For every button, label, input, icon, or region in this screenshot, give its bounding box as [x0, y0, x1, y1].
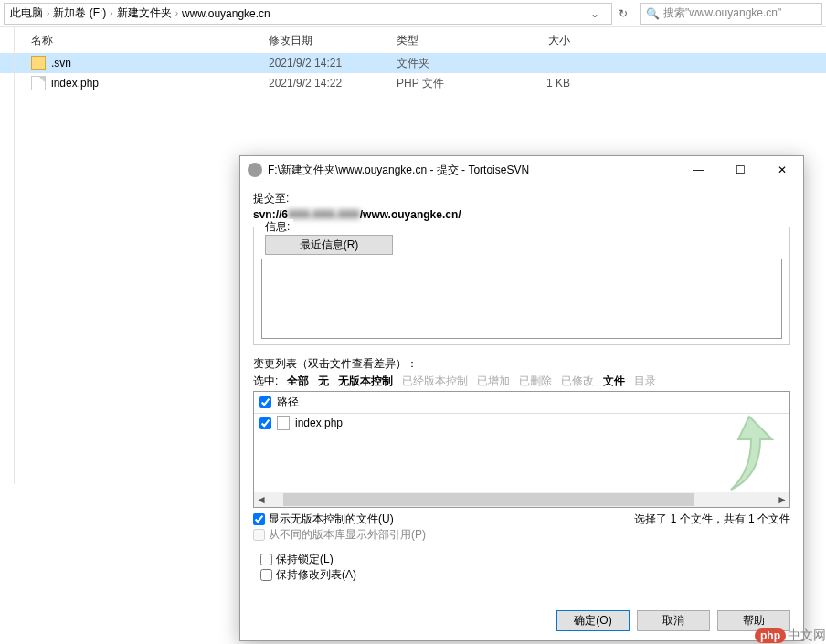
- commit-url: svn://6XXX.XXX.XXX/www.ouyangke.cn/: [253, 208, 790, 221]
- change-item-path: index.php: [295, 417, 343, 429]
- breadcrumb[interactable]: 此电脑 › 新加卷 (F:) › 新建文件夹 › www.ouyangke.cn…: [4, 3, 612, 25]
- selection-status: 选择了 1 个文件，共有 1 个文件: [634, 512, 790, 527]
- message-textarea[interactable]: [261, 259, 782, 339]
- filter-deleted: 已删除: [519, 374, 552, 389]
- bottom-options: 保持锁定(L) 保持修改列表(A): [253, 552, 790, 583]
- file-list: .svn 2021/9/2 14:21 文件夹 index.php 2021/9…: [0, 53, 826, 93]
- breadcrumb-item[interactable]: 此电脑: [10, 5, 43, 21]
- breadcrumb-item[interactable]: 新建文件夹: [117, 5, 172, 21]
- search-icon: 🔍: [646, 7, 660, 20]
- dialog-titlebar[interactable]: F:\新建文件夹\www.ouyangke.cn - 提交 - Tortoise…: [240, 156, 803, 184]
- filter-all[interactable]: 全部: [287, 374, 309, 389]
- file-type: PHP 文件: [397, 76, 497, 91]
- message-label: 信息:: [261, 219, 293, 235]
- file-type: 文件夹: [397, 56, 497, 71]
- columns-header: 名称 修改日期 类型 大小: [0, 27, 826, 53]
- filter-none[interactable]: 无: [318, 374, 329, 389]
- chevron-right-icon: ›: [110, 8, 112, 18]
- col-size[interactable]: 大小: [497, 33, 579, 48]
- watermark-text: 中文网: [788, 628, 826, 644]
- filter-versioned: 已经版本控制: [402, 374, 468, 389]
- filter-files[interactable]: 文件: [603, 374, 625, 389]
- svn-arrow-icon: [713, 412, 786, 503]
- select-label: 选中:: [253, 374, 278, 389]
- scroll-left-icon[interactable]: ◄: [254, 492, 269, 507]
- url-suffix: /www.ouyangke.cn/: [360, 208, 461, 221]
- chevron-right-icon: ›: [47, 8, 49, 18]
- address-bar: 此电脑 › 新加卷 (F:) › 新建文件夹 › www.ouyangke.cn…: [0, 0, 826, 27]
- file-name: .svn: [51, 57, 269, 69]
- minimize-button[interactable]: —: [677, 156, 719, 184]
- path-column: 路径: [277, 395, 299, 410]
- show-unversioned-check[interactable]: 显示无版本控制的文件(U): [253, 512, 426, 527]
- change-item[interactable]: index.php: [254, 414, 789, 432]
- tree-panel-stub: [0, 27, 15, 484]
- filter-dirs: 目录: [634, 374, 656, 389]
- search-input[interactable]: 🔍 搜索"www.ouyangke.cn": [640, 3, 822, 25]
- keep-locks-check[interactable]: 保持锁定(L): [260, 552, 790, 567]
- dialog-title: F:\新建文件夹\www.ouyangke.cn - 提交 - Tortoise…: [268, 163, 677, 178]
- below-changes: 显示无版本控制的文件(U) 从不同的版本库显示外部引用(P) 选择了 1 个文件…: [253, 512, 790, 543]
- dialog-footer: 确定(O) 取消 帮助: [240, 607, 803, 640]
- tortoisesvn-icon: [248, 163, 262, 177]
- watermark: php 中文网: [755, 628, 826, 644]
- maximize-button[interactable]: ☐: [719, 156, 761, 184]
- list-item[interactable]: index.php 2021/9/2 14:22 PHP 文件 1 KB: [0, 73, 826, 93]
- file-date: 2021/9/2 14:22: [269, 77, 397, 90]
- changes-list[interactable]: 路径 index.php ◄ ►: [253, 391, 790, 508]
- ok-button[interactable]: 确定(O): [556, 610, 630, 631]
- breadcrumb-item[interactable]: www.ouyangke.cn: [182, 7, 270, 20]
- search-placeholder: 搜索"www.ouyangke.cn": [663, 5, 781, 21]
- keep-changelists-checkbox[interactable]: [260, 569, 272, 581]
- chevron-right-icon: ›: [175, 8, 178, 18]
- close-button[interactable]: ✕: [761, 156, 803, 184]
- changes-label: 变更列表（双击文件查看差异）：: [253, 356, 790, 372]
- changes-header[interactable]: 路径: [254, 392, 789, 414]
- refresh-icon[interactable]: ↻: [612, 3, 634, 25]
- file-icon: [31, 76, 46, 90]
- keep-locks-label: 保持锁定(L): [276, 552, 334, 567]
- select-all-checkbox[interactable]: [259, 396, 271, 408]
- chevron-down-icon[interactable]: ⌄: [584, 3, 606, 25]
- commit-dialog: F:\新建文件夹\www.ouyangke.cn - 提交 - Tortoise…: [239, 155, 804, 641]
- show-unversioned-checkbox[interactable]: [253, 513, 265, 525]
- filter-row: 选中: 全部 无 无版本控制 已经版本控制 已增加 已删除 已修改 文件 目录: [253, 374, 790, 389]
- keep-changelists-label: 保持修改列表(A): [276, 567, 356, 583]
- filter-unversioned[interactable]: 无版本控制: [338, 374, 393, 389]
- filter-added: 已增加: [477, 374, 510, 389]
- horizontal-scrollbar[interactable]: ◄ ►: [254, 492, 789, 507]
- commit-to-label: 提交至:: [253, 191, 790, 206]
- breadcrumb-item[interactable]: 新加卷 (F:): [53, 5, 106, 21]
- show-unversioned-label: 显示无版本控制的文件(U): [269, 512, 394, 527]
- scroll-thumb[interactable]: [283, 493, 694, 506]
- folder-icon: [31, 56, 46, 70]
- col-type[interactable]: 类型: [397, 33, 497, 48]
- window-controls: — ☐ ✕: [677, 156, 803, 184]
- cancel-button[interactable]: 取消: [637, 610, 710, 631]
- file-size: 1 KB: [497, 77, 579, 90]
- file-date: 2021/9/2 14:21: [269, 57, 397, 69]
- col-name[interactable]: 名称: [31, 33, 269, 48]
- show-externals-label: 从不同的版本库显示外部引用(P): [269, 527, 426, 543]
- watermark-badge: php: [755, 628, 786, 643]
- file-icon: [277, 416, 290, 430]
- keep-changelists-check[interactable]: 保持修改列表(A): [260, 567, 790, 583]
- show-externals-check: 从不同的版本库显示外部引用(P): [253, 527, 426, 543]
- scroll-right-icon[interactable]: ►: [775, 492, 789, 507]
- list-item[interactable]: .svn 2021/9/2 14:21 文件夹: [0, 53, 826, 73]
- url-hidden: XXX.XXX.XXX: [288, 208, 360, 221]
- filter-modified: 已修改: [561, 374, 594, 389]
- keep-locks-checkbox[interactable]: [260, 554, 272, 565]
- recent-messages-button[interactable]: 最近信息(R): [265, 235, 393, 255]
- dialog-body: 提交至: svn://6XXX.XXX.XXX/www.ouyangke.cn/…: [240, 184, 803, 607]
- file-name: index.php: [51, 77, 269, 90]
- col-date[interactable]: 修改日期: [269, 33, 397, 48]
- item-checkbox[interactable]: [259, 417, 271, 429]
- show-externals-checkbox: [253, 529, 265, 541]
- message-group: 信息: 最近信息(R): [253, 227, 790, 345]
